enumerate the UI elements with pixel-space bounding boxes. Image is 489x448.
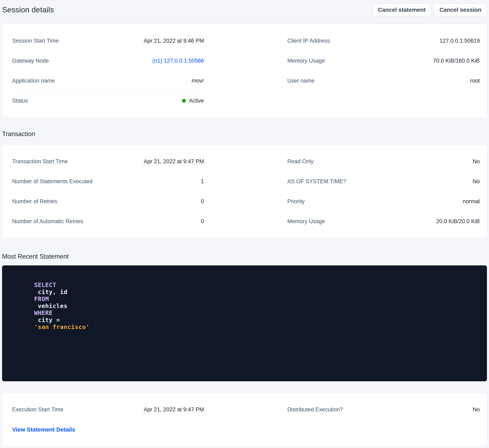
sql-statement-text: SELECT city, id FROM vehicles WHERE city… bbox=[12, 274, 477, 337]
row-value: 0 bbox=[201, 218, 204, 225]
row-label: Memory Usage bbox=[287, 218, 325, 225]
table-row: Distributed Execution? No bbox=[287, 400, 480, 420]
row-value: 70.0 KiB/160.0 KiB bbox=[433, 58, 480, 64]
sql-text: city = bbox=[34, 316, 64, 324]
sql-text: vehicles bbox=[34, 302, 71, 309]
row-value: No bbox=[473, 407, 480, 413]
row-value: Apr 21, 2022 at 9:47 PM bbox=[144, 407, 204, 413]
row-label: Status bbox=[12, 98, 28, 104]
row-label: AS OF SYSTEM TIME? bbox=[287, 178, 346, 185]
table-row: Transaction Start Time Apr 21, 2022 at 9… bbox=[12, 151, 204, 172]
transaction-section-heading: Transaction bbox=[2, 130, 487, 138]
row-label: Transaction Start Time bbox=[12, 158, 68, 165]
row-value: 1 bbox=[201, 178, 204, 185]
table-row: Priority normal bbox=[287, 191, 480, 211]
execution-card-right-column: Distributed Execution? No bbox=[287, 400, 480, 440]
sql-statement-box: SELECT city, id FROM vehicles WHERE city… bbox=[2, 265, 487, 381]
table-row: Status Active bbox=[12, 91, 204, 111]
gateway-node-link[interactable]: (n1) 127.0.0.1:50566 bbox=[152, 58, 204, 64]
sql-text: city, id bbox=[34, 289, 71, 295]
column-gap bbox=[204, 400, 287, 440]
row-label: Execution Start Time bbox=[12, 407, 63, 413]
header-buttons: Cancel statement Cancel session bbox=[372, 3, 487, 17]
row-label: Gateway Node bbox=[12, 58, 49, 64]
status-badge: Active bbox=[182, 98, 204, 104]
page-title: Session details bbox=[2, 6, 54, 14]
table-row: Session Start Time Apr 21, 2022 at 9:46 … bbox=[12, 31, 204, 51]
row-label: Number of Retries bbox=[12, 198, 57, 205]
column-gap bbox=[204, 31, 287, 111]
status-text: Active bbox=[189, 98, 204, 104]
table-row: Number of Retries 0 bbox=[12, 191, 204, 211]
sql-string: 'san francisco' bbox=[34, 324, 90, 331]
table-row: Number of Statements Executed 1 bbox=[12, 172, 204, 191]
sql-keyword: SELECT bbox=[34, 282, 56, 289]
row-value: 20.0 KiB/20.0 KiB bbox=[436, 218, 480, 225]
table-row: Application name movr bbox=[12, 71, 204, 91]
status-active-dot-icon bbox=[182, 99, 186, 103]
table-row: Read Only No bbox=[287, 151, 480, 172]
row-label: Application name bbox=[12, 78, 55, 84]
row-label: User name bbox=[287, 78, 314, 84]
row-value: movr bbox=[192, 78, 204, 84]
statement-section-heading: Most Recent Statement bbox=[2, 253, 487, 260]
row-value: normal bbox=[463, 198, 480, 205]
table-row: Gateway Node (n1) 127.0.0.1:50566 bbox=[12, 51, 204, 71]
execution-card: Execution Start Time Apr 21, 2022 at 9:4… bbox=[2, 393, 487, 446]
row-value: No bbox=[473, 178, 480, 185]
table-row: Execution Start Time Apr 21, 2022 at 9:4… bbox=[12, 400, 204, 420]
session-details-page: Session details Cancel statement Cancel … bbox=[0, 0, 489, 446]
row-label: Read Only bbox=[287, 158, 314, 165]
row-value: 0 bbox=[201, 198, 204, 205]
page-header: Session details Cancel statement Cancel … bbox=[2, 2, 487, 17]
row-value: No bbox=[473, 158, 480, 165]
row-label: Number of Statements Executed bbox=[12, 178, 92, 185]
row-value: root bbox=[470, 78, 480, 84]
row-value: 127.0.0.1:50619 bbox=[440, 38, 480, 44]
row-label: Client IP Address bbox=[287, 38, 330, 44]
row-value: Apr 21, 2022 at 9:46 PM bbox=[144, 38, 204, 44]
row-value: Apr 21, 2022 at 9:47 PM bbox=[144, 158, 204, 165]
column-gap bbox=[204, 151, 287, 232]
table-row: Memory Usage 70.0 KiB/160.0 KiB bbox=[287, 51, 480, 71]
cancel-statement-button[interactable]: Cancel statement bbox=[372, 3, 431, 17]
link-row: View Statement Details bbox=[12, 420, 204, 440]
transaction-card: Transaction Start Time Apr 21, 2022 at 9… bbox=[2, 145, 487, 238]
row-label: Priority bbox=[287, 198, 305, 205]
row-label: Distributed Execution? bbox=[287, 407, 343, 413]
transaction-card-right-column: Read Only No AS OF SYSTEM TIME? No Prior… bbox=[287, 151, 480, 232]
table-row: Client IP Address 127.0.0.1:50619 bbox=[287, 31, 480, 51]
table-row: Memory Usage 20.0 KiB/20.0 KiB bbox=[287, 211, 480, 232]
execution-card-left-column: Execution Start Time Apr 21, 2022 at 9:4… bbox=[12, 400, 204, 440]
row-label: Memory Usage bbox=[287, 58, 325, 64]
view-statement-details-link[interactable]: View Statement Details bbox=[12, 426, 75, 433]
session-card-right-column: Client IP Address 127.0.0.1:50619 Memory… bbox=[287, 31, 480, 111]
cancel-session-button[interactable]: Cancel session bbox=[434, 3, 487, 17]
session-summary-card: Session Start Time Apr 21, 2022 at 9:46 … bbox=[2, 24, 487, 117]
sql-keyword: FROM bbox=[34, 295, 49, 302]
session-card-left-column: Session Start Time Apr 21, 2022 at 9:46 … bbox=[12, 31, 204, 111]
row-label: Number of Automatic Retries bbox=[12, 218, 83, 225]
table-row: AS OF SYSTEM TIME? No bbox=[287, 172, 480, 191]
table-row: User name root bbox=[287, 71, 480, 91]
sql-keyword: WHERE bbox=[34, 309, 53, 316]
transaction-card-left-column: Transaction Start Time Apr 21, 2022 at 9… bbox=[12, 151, 204, 232]
row-label: Session Start Time bbox=[12, 38, 59, 44]
table-row: Number of Automatic Retries 0 bbox=[12, 211, 204, 232]
